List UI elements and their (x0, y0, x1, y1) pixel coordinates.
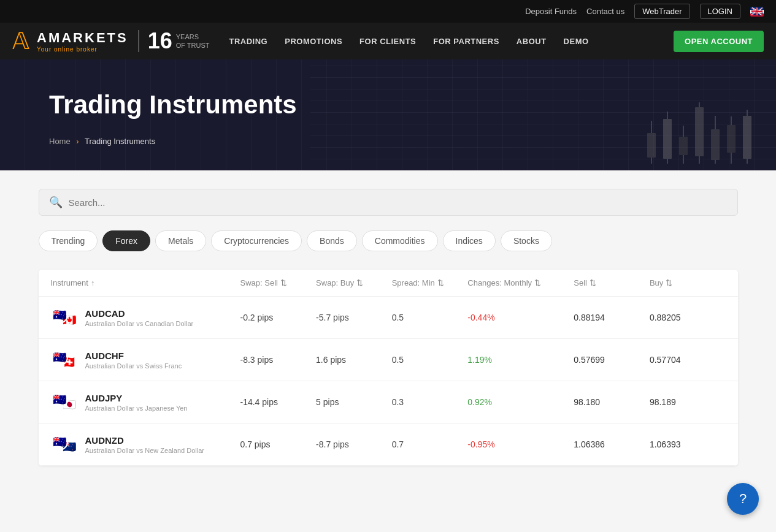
tab-forex[interactable]: Forex (102, 230, 150, 251)
tab-bonds[interactable]: Bonds (307, 230, 357, 251)
instrument-cell-audcad: 🇦🇺 🇨🇦 AUDCAD Australian Dollar vs Canadi… (51, 306, 240, 329)
table-row: 🇦🇺 🇯🇵 AUDJPY Australian Dollar vs Japane… (39, 381, 738, 424)
instrument-name-audjpy[interactable]: AUDJPY (85, 393, 188, 403)
flag-pair-audjpy: 🇦🇺 🇯🇵 (51, 391, 78, 413)
flag-aud4: 🇦🇺 (51, 433, 68, 450)
sort-icon-spread[interactable]: ⇅ (437, 278, 444, 287)
language-flag[interactable]: 🇬🇧 (750, 7, 764, 17)
instrument-cell-audnzd: 🇦🇺 🇳🇿 AUDNZD Australian Dollar vs New Ze… (51, 433, 240, 455)
instrument-info-audcad: AUDCAD Australian Dollar vs Canadian Dol… (85, 308, 194, 327)
change-audchf: 1.19% (467, 355, 574, 365)
table-row: 🇦🇺 🇨🇦 AUDCAD Australian Dollar vs Canadi… (39, 297, 738, 339)
sell-audnzd: 1.06386 (574, 439, 650, 449)
col-changes: Changes: Monthly ⇅ (467, 278, 574, 287)
buy-audcad: 0.88205 (650, 313, 726, 322)
flag-pair-audnzd: 🇦🇺 🇳🇿 (51, 433, 78, 455)
breadcrumb-current: Trading Instruments (85, 137, 155, 146)
sell-audcad: 0.88194 (574, 313, 650, 322)
sort-icon-sell[interactable]: ⇅ (590, 278, 596, 287)
instrument-desc-audchf: Australian Dollar vs Swiss Franc (85, 362, 182, 370)
instrument-info-audnzd: AUDNZD Australian Dollar vs New Zealand … (85, 435, 204, 454)
page-title: Trading Instruments (49, 90, 727, 120)
buy-audjpy: 98.189 (650, 397, 726, 407)
nav-trading[interactable]: TRADING (222, 32, 275, 51)
sort-icon-changes[interactable]: ⇅ (534, 278, 541, 287)
breadcrumb: Home › Trading Instruments (49, 137, 727, 146)
swap-buy-audjpy: 5 pips (316, 397, 392, 407)
col-instrument: Instrument ↑ (51, 278, 240, 287)
change-audjpy: 0.92% (467, 397, 574, 407)
nav-for-clients[interactable]: FOR CLIENTS (352, 32, 423, 51)
sort-icon-swap-sell[interactable]: ⇅ (280, 278, 287, 287)
years-text: YEARS OF TRUST (176, 32, 210, 50)
sort-icon-buy[interactable]: ⇅ (666, 278, 672, 287)
instrument-cell-audjpy: 🇦🇺 🇯🇵 AUDJPY Australian Dollar vs Japane… (51, 391, 240, 413)
chat-button[interactable]: ? (727, 483, 759, 484)
main-content: 🔍 Trending Forex Metals Cryptocurrencies… (26, 189, 750, 466)
spread-audnzd: 0.7 (392, 439, 468, 449)
contact-link[interactable]: Contact us (586, 7, 624, 16)
sell-audchf: 0.57699 (574, 355, 650, 365)
years-line1: YEARS (176, 32, 210, 41)
col-spread: Spread: Min ⇅ (392, 278, 468, 287)
nav-about[interactable]: ABOUT (509, 32, 554, 51)
filter-tabs: Trending Forex Metals Cryptocurrencies B… (39, 230, 738, 251)
breadcrumb-separator: › (76, 137, 79, 146)
instrument-desc-audnzd: Australian Dollar vs New Zealand Dollar (85, 447, 204, 454)
tab-indices[interactable]: Indices (443, 230, 496, 251)
flag-pair-audchf: 🇦🇺 🇨🇭 (51, 349, 78, 371)
swap-sell-audcad: -0.2 pips (240, 313, 316, 322)
instrument-cell-audchf: 🇦🇺 🇨🇭 AUDCHF Australian Dollar vs Swiss … (51, 349, 240, 371)
logo-area: 𝔸 AMARKETS Your online broker (12, 29, 128, 53)
instrument-desc-audcad: Australian Dollar vs Canadian Dollar (85, 320, 194, 327)
years-line2: OF TRUST (176, 41, 210, 50)
login-button[interactable]: LOGIN (700, 4, 740, 19)
col-sell: Sell ⇅ (574, 278, 650, 287)
buy-audchf: 0.57704 (650, 355, 726, 365)
spread-audjpy: 0.3 (392, 397, 468, 407)
nav-links: TRADING PROMOTIONS FOR CLIENTS FOR PARTN… (222, 32, 674, 51)
search-input[interactable] (69, 197, 728, 208)
logo-name: AMARKETS (37, 30, 128, 46)
instruments-table: Instrument ↑ Swap: Sell ⇅ Swap: Buy ⇅ Sp… (39, 270, 738, 466)
spread-audchf: 0.5 (392, 355, 468, 365)
instrument-name-audcad[interactable]: AUDCAD (85, 308, 194, 319)
tab-stocks[interactable]: Stocks (501, 230, 552, 251)
tab-metals[interactable]: Metals (155, 230, 206, 251)
webtrader-button[interactable]: WebTrader (634, 4, 690, 19)
top-bar: Deposit Funds Contact us WebTrader LOGIN… (0, 0, 776, 23)
nav-for-partners[interactable]: FOR PARTNERS (426, 32, 507, 51)
search-icon: 🔍 (49, 196, 63, 209)
instrument-name-audnzd[interactable]: AUDNZD (85, 435, 204, 446)
main-nav: 𝔸 AMARKETS Your online broker 16 YEARS O… (0, 23, 776, 59)
logo-tagline: Your online broker (37, 46, 128, 53)
logo-text: AMARKETS Your online broker (37, 30, 128, 53)
col-swap-sell: Swap: Sell ⇅ (240, 278, 316, 287)
deposit-link[interactable]: Deposit Funds (525, 7, 577, 16)
swap-buy-audnzd: -8.7 pips (316, 439, 392, 449)
open-account-button[interactable]: OPEN ACCOUNT (674, 31, 764, 52)
swap-sell-audjpy: -14.4 pips (240, 397, 316, 407)
tab-cryptocurrencies[interactable]: Cryptocurrencies (211, 230, 302, 251)
table-row: 🇦🇺 🇨🇭 AUDCHF Australian Dollar vs Swiss … (39, 339, 738, 381)
years-badge: 16 YEARS OF TRUST (138, 30, 210, 52)
sell-audjpy: 98.180 (574, 397, 650, 407)
swap-sell-audnzd: 0.7 pips (240, 439, 316, 449)
swap-buy-audchf: 1.6 pips (316, 355, 392, 365)
flag-pair-audcad: 🇦🇺 🇨🇦 (51, 306, 78, 329)
instrument-name-audchf[interactable]: AUDCHF (85, 351, 182, 361)
tab-trending[interactable]: Trending (39, 230, 98, 251)
swap-buy-audcad: -5.7 pips (316, 313, 392, 322)
nav-demo[interactable]: DEMO (556, 32, 596, 51)
nav-promotions[interactable]: PROMOTIONS (277, 32, 350, 51)
spread-audcad: 0.5 (392, 313, 468, 322)
sort-icon-instrument[interactable]: ↑ (91, 278, 95, 287)
col-buy: Buy ⇅ (650, 278, 726, 287)
buy-audnzd: 1.06393 (650, 439, 726, 449)
hero-section: Trading Instruments Home › Trading Instr… (0, 59, 776, 170)
tab-commodities[interactable]: Commodities (362, 230, 438, 251)
sort-icon-swap-buy[interactable]: ⇅ (356, 278, 363, 287)
breadcrumb-home[interactable]: Home (49, 137, 71, 146)
flag-aud2: 🇦🇺 (51, 349, 68, 366)
table-header: Instrument ↑ Swap: Sell ⇅ Swap: Buy ⇅ Sp… (39, 270, 738, 297)
